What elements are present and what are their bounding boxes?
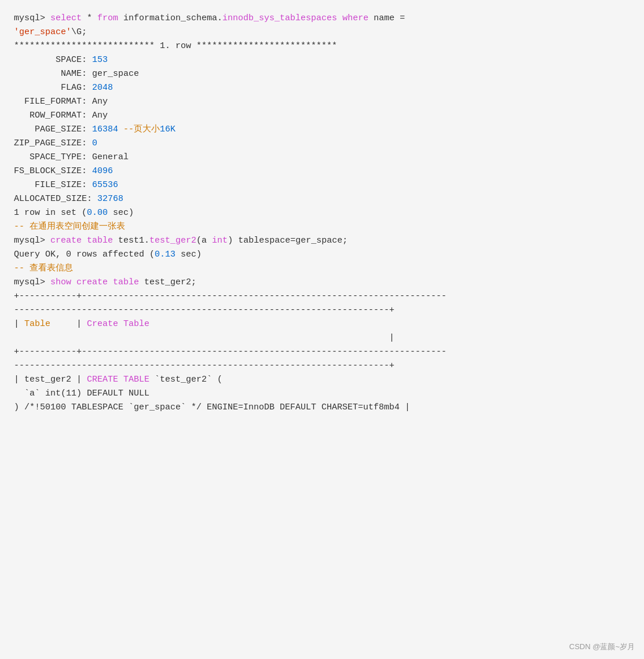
terminal-text-span: 32768 [97,194,123,204]
terminal-text-span: +-----------+---------------------------… [14,347,447,357]
terminal-line: ----------------------------------------… [14,303,630,317]
terminal-text-span: ) /*!50100 TABLESPACE `ger_space` */ ENG… [14,402,410,412]
terminal-text-span: table [113,277,139,287]
terminal-line: Query OK, 0 rows affected (0.13 sec) [14,248,630,262]
terminal-line: +-----------+---------------------------… [14,290,630,303]
terminal-text-span: ----------------------------------------… [14,305,394,315]
terminal-text-span: *************************** 1. row *****… [14,41,337,51]
terminal-line: ROW_FORMAT: Any [14,109,630,123]
terminal-line: ZIP_PAGE_SIZE: 0 [14,137,630,151]
terminal-text-span: NAME: ger_space [14,69,139,79]
terminal-text-span: | test_ger2 | [14,375,87,385]
terminal-text-span: 'ger_space' [14,27,71,37]
terminal-line: | Table | Create Table [14,317,630,331]
terminal-line: ) /*!50100 TABLESPACE `ger_space` */ ENG… [14,401,630,415]
terminal-line: FILE_FORMAT: Any [14,95,630,109]
terminal-text-span: table [87,236,113,246]
terminal-text-span: 2048 [92,83,113,93]
terminal-text-span: | [50,319,87,329]
terminal-text-span: ----------------------------------------… [14,361,394,371]
terminal-text-span: create [76,277,108,287]
terminal-text-span [71,277,76,287]
terminal-text-span: \G; [71,27,87,37]
terminal-text-span: 1 row in set ( [14,208,87,218]
terminal-line: ALLOCATED_SIZE: 32768 [14,192,630,206]
terminal-line: *************************** 1. row *****… [14,39,630,53]
terminal-text-span: 0.13 [155,250,175,259]
terminal-text-span: ALLOCATED_SIZE: [14,194,97,204]
terminal-text-span: sec) [108,208,134,218]
terminal-text-span: ZIP_PAGE_SIZE: [14,138,92,148]
watermark: CSDN @蓝颜~岁月 [569,642,635,652]
terminal-line: ----------------------------------------… [14,359,630,373]
terminal-text-span: information_schema. [118,13,222,23]
terminal-text-span: `a` int(11) DEFAULT NULL [14,389,149,398]
terminal-line: mysql> select * from information_schema.… [14,12,630,25]
terminal-text-span: from [97,13,118,23]
terminal-text-span: test_ger2 [149,236,196,246]
terminal-text-span: int [212,236,228,246]
terminal-text-span [337,13,342,23]
terminal-line: | [14,331,630,345]
terminal-text-span: * [82,13,97,23]
terminal-text-span: SPACE_TYPE: General [14,152,129,162]
terminal-line: mysql> create table test1.test_ger2(a in… [14,234,630,248]
terminal-line: SPACE_TYPE: General [14,151,630,164]
terminal-text-span: 0 [92,138,97,148]
terminal-line: -- 查看表信息 [14,262,630,276]
terminal-text-span: ROW_FORMAT: Any [14,111,108,120]
terminal-text-span: test1. [113,236,149,246]
terminal-text-span: name = [368,13,405,23]
terminal-text-span: Table [123,319,149,329]
terminal-text-span: | [14,333,394,343]
terminal-line: PAGE_SIZE: 16384 --页大小16K [14,123,630,137]
terminal-line: FILE_SIZE: 65536 [14,178,630,192]
terminal-text-span: -- 在通用表空间创建一张表 [14,222,125,232]
terminal-text-span: 0.00 [87,208,108,218]
terminal-text-span: PAGE_SIZE: [14,125,92,134]
terminal-line: -- 在通用表空间创建一张表 [14,220,630,234]
terminal-text-span: test_ger2; [139,277,196,287]
terminal-text-span: FLAG: [14,83,92,93]
terminal-text-span: Create [87,319,118,329]
terminal-text-span: where [342,13,368,23]
terminal-text-span: sec) [175,250,202,259]
terminal-text-span [118,319,123,329]
terminal-text-span: CREATE TABLE [87,375,149,385]
terminal-text-span: mysql> [14,236,50,246]
terminal-line: NAME: ger_space [14,67,630,81]
terminal-text-span: Table [24,319,50,329]
terminal-text-span [82,236,87,246]
terminal-content: mysql> select * from information_schema.… [14,12,630,415]
terminal-text-span: FS_BLOCK_SIZE: [14,166,92,176]
terminal-text-span: --页大小 [118,125,160,134]
terminal-line: +-----------+---------------------------… [14,345,630,359]
terminal-text-span: select [50,13,82,23]
terminal-line: `a` int(11) DEFAULT NULL [14,387,630,401]
terminal-text-span: (a [196,236,212,246]
terminal-text-span [108,277,113,287]
terminal-text-span: FILE_FORMAT: Any [14,97,108,107]
terminal-text-span: 65536 [92,180,118,190]
terminal-text-span: SPACE: [14,55,92,65]
terminal-text-span: -- 查看表信息 [14,263,73,273]
terminal-line: 'ger_space'\G; [14,25,630,39]
terminal-line: | test_ger2 | CREATE TABLE `test_ger2` ( [14,373,630,387]
terminal-line: FS_BLOCK_SIZE: 4096 [14,164,630,178]
terminal-text-span: 16384 [92,125,118,134]
terminal-window: mysql> select * from information_schema.… [0,0,644,659]
terminal-text-span: | [14,319,24,329]
terminal-text-span: ) tablespace=ger_space; [228,236,347,246]
terminal-text-span: mysql> [14,13,50,23]
terminal-line: SPACE: 153 [14,53,630,67]
terminal-text-span: 4096 [92,166,113,176]
terminal-text-span: create [50,236,82,246]
terminal-text-span: mysql> [14,277,50,287]
terminal-text-span: 16K [160,125,175,134]
terminal-text-span: show [50,277,71,287]
terminal-text-span: Query OK, 0 rows affected ( [14,250,155,259]
terminal-text-span: +-----------+---------------------------… [14,291,447,301]
terminal-text-span: 153 [92,55,108,65]
terminal-line: 1 row in set (0.00 sec) [14,206,630,220]
terminal-text-span: innodb_sys_tablespaces [222,13,337,23]
